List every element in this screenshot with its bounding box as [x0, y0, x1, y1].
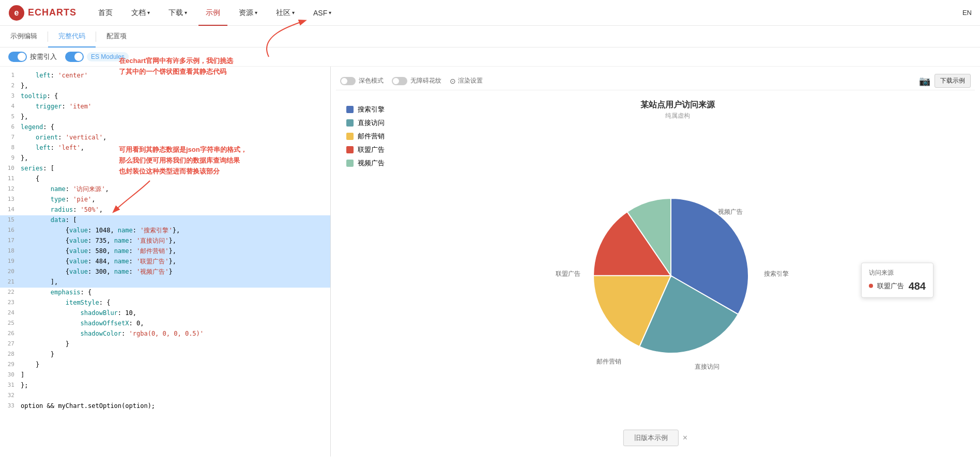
svg-text:e: e [14, 8, 19, 17]
legend-label: 直接访问 [358, 118, 385, 128]
line-number: 11 [0, 174, 21, 184]
chevron-down-icon: ▾ [185, 10, 187, 15]
nav-community[interactable]: 社区 ▾ [269, 0, 302, 26]
code-line: 32 [0, 391, 330, 401]
dark-mode-switch[interactable] [340, 77, 356, 85]
code-panel[interactable]: 1 left: 'center'2},3tooltip: {4 trigger:… [0, 67, 331, 456]
line-number: 32 [0, 391, 21, 401]
render-label: 渲染设置 [458, 76, 483, 85]
line-number: 31 [0, 381, 21, 391]
line-number: 8 [0, 143, 21, 153]
code-line: 11 { [0, 174, 330, 184]
tab-full-code[interactable]: 完整代码 [48, 26, 96, 48]
pie-chart: 搜索引擎 视频广告 联盟广告 邮件营销 直接访问 [547, 162, 805, 400]
nav-download[interactable]: 下载 ▾ [161, 0, 194, 26]
toggle-switch-bg[interactable] [8, 52, 27, 62]
chevron-down-icon: ▾ [292, 10, 295, 15]
language-switcher[interactable]: EN [962, 9, 972, 17]
nav-resources[interactable]: 资源 ▾ [232, 0, 265, 26]
code-line: 21 ], [0, 277, 330, 288]
nav-asf[interactable]: ASF ▾ [306, 0, 339, 26]
code-line: 20 {value: 300, name: '视频广告'} [0, 267, 330, 277]
code-line: 33option && myChart.setOption(option); [0, 401, 330, 412]
legend-item: 视频广告 [346, 159, 385, 168]
dark-mode-toggle[interactable]: 深色模式 [340, 76, 384, 85]
line-content: series: [ [21, 164, 330, 174]
line-number: 3 [0, 91, 21, 102]
toggle-switch-bg-2[interactable] [65, 52, 84, 62]
screenshot-button[interactable]: 📷 [919, 75, 930, 87]
legend-item: 直接访问 [346, 118, 385, 128]
chevron-down-icon: ▾ [255, 10, 257, 15]
label-video-ads: 视频广告 [718, 208, 743, 215]
nav-home[interactable]: 首页 [91, 0, 120, 26]
old-version-button[interactable]: 旧版本示例 [623, 430, 679, 446]
render-settings[interactable]: ⊙ 渲染设置 [450, 76, 483, 85]
chart-actions: 📷 下载示例 [919, 74, 971, 88]
tooltip-item-label: 联盟广告 [877, 281, 904, 291]
code-line: 8 left: 'left', [0, 143, 330, 153]
code-line: 2}, [0, 81, 330, 91]
line-number: 1 [0, 71, 21, 81]
tooltip-row: 联盟广告 484 [869, 280, 926, 292]
a11y-toggle[interactable]: 无障碍花纹 [392, 76, 441, 85]
code-line: 12 name: '访问来源', [0, 184, 330, 195]
chart-legend: 搜索引擎直接访问邮件营销联盟广告视频广告 [346, 105, 385, 172]
line-number: 10 [0, 164, 21, 174]
line-number: 7 [0, 133, 21, 143]
line-number: 18 [0, 246, 21, 257]
download-button[interactable]: 下载示例 [935, 74, 971, 88]
chart-area: 搜索引擎直接访问邮件营销联盟广告视频广告 某站点用户访问来源 纯属虚构 搜索引擎… [336, 94, 975, 451]
line-number: 25 [0, 319, 21, 329]
label-direct-visit: 直接访问 [695, 363, 719, 370]
line-number: 20 [0, 267, 21, 277]
legend-item: 搜索引擎 [346, 105, 385, 114]
legend-label: 联盟广告 [358, 145, 385, 154]
nav-examples[interactable]: 示例 [198, 0, 227, 26]
a11y-switch[interactable] [392, 77, 407, 85]
line-content: } [21, 350, 330, 360]
logo[interactable]: e ECHARTS [8, 5, 76, 21]
code-line: 14 radius: '50%', [0, 205, 330, 215]
label-search-engine: 搜索引擎 [764, 270, 789, 277]
line-content: tooltip: { [21, 91, 330, 102]
line-number: 33 [0, 401, 21, 412]
code-line: 9}, [0, 153, 330, 164]
close-button[interactable]: × [683, 433, 687, 443]
code-line: 7 orient: 'vertical', [0, 133, 330, 143]
line-content: type: 'pie', [21, 195, 330, 205]
code-line: 17 {value: 735, name: '直接访问'}, [0, 236, 330, 246]
legend-color [346, 133, 354, 140]
demand-import-label: 按需引入 [30, 52, 57, 61]
line-content: trigger: 'item' [21, 102, 330, 112]
dark-mode-label: 深色模式 [359, 76, 384, 85]
legend-item: 邮件营销 [346, 132, 385, 141]
line-content [21, 391, 330, 401]
es-modules-label[interactable]: ES Modules [87, 52, 129, 61]
line-content: left: 'left', [21, 143, 330, 153]
legend-color [346, 146, 354, 153]
line-content: left: 'center' [21, 71, 330, 81]
line-content: }, [21, 81, 330, 91]
code-line: 31}; [0, 381, 330, 391]
legend-color [346, 106, 354, 113]
code-line: 19 {value: 484, name: '联盟广告'}, [0, 257, 330, 267]
line-content: emphasis: { [21, 288, 330, 298]
code-line: 23 itemStyle: { [0, 298, 330, 308]
tab-config[interactable]: 配置项 [96, 26, 137, 48]
tooltip-title: 访问来源 [869, 268, 926, 277]
code-line: 3tooltip: { [0, 91, 330, 102]
line-content: }, [21, 112, 330, 122]
demand-import-toggle[interactable]: 按需引入 [8, 52, 57, 62]
es-modules-toggle[interactable]: ES Modules [65, 52, 129, 62]
code-line: 4 trigger: 'item' [0, 102, 330, 112]
tab-example-edit[interactable]: 示例编辑 [0, 26, 48, 48]
nav-docs[interactable]: 文档 ▾ [124, 0, 157, 26]
line-content: shadowOffsetX: 0, [21, 319, 330, 329]
line-content: data: [ [21, 215, 330, 226]
line-number: 12 [0, 184, 21, 195]
line-content: {value: 735, name: '直接访问'}, [21, 236, 330, 246]
code-line: 25 shadowOffsetX: 0, [0, 319, 330, 329]
line-number: 2 [0, 81, 21, 91]
code-line: 1 left: 'center' [0, 71, 330, 81]
